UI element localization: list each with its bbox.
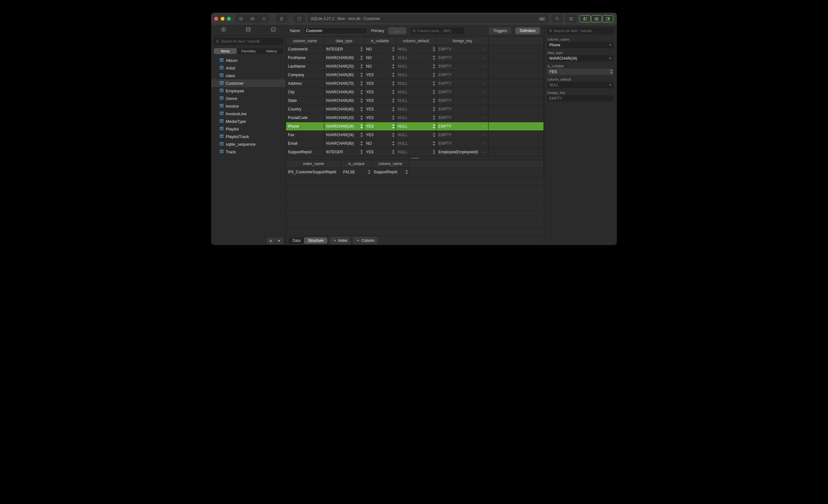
cell-data-type[interactable]: NVARCHAR(70)	[324, 79, 364, 88]
cell-data-type[interactable]: NVARCHAR(20)	[324, 62, 364, 71]
cell-index-name[interactable]: IFK_CustomerSupportRepId	[286, 168, 341, 176]
stepper-icon[interactable]	[360, 98, 363, 103]
idx-header-name[interactable]: index_name	[286, 160, 341, 168]
panel-left-icon[interactable]	[580, 15, 590, 22]
sidebar-item-customer[interactable]: Customer	[211, 79, 286, 87]
cell-column-name[interactable]: City	[286, 88, 324, 96]
cell-is-nullable[interactable]: YES	[364, 131, 396, 139]
stepper-icon[interactable]	[360, 107, 363, 112]
arrow-right-icon[interactable]: →	[483, 116, 486, 120]
arrow-right-icon[interactable]: →	[483, 73, 486, 77]
idx-header-unique[interactable]: is_unique	[341, 160, 372, 168]
cell-column-name[interactable]: FirstName	[286, 54, 324, 62]
arrow-right-icon[interactable]: →	[483, 99, 486, 102]
column-row[interactable]: AddressNVARCHAR(70)YESNULLEMPTY→	[286, 79, 544, 88]
cell-column-default[interactable]: NULL	[396, 148, 437, 156]
sidebar-item-playlisttrack[interactable]: PlaylistTrack	[211, 133, 286, 140]
stepper-icon[interactable]	[432, 73, 436, 77]
stepper-icon[interactable]	[432, 47, 436, 51]
cell-is-nullable[interactable]: YES	[364, 79, 396, 88]
cell-column-default[interactable]: NULL	[396, 88, 437, 96]
search-icon[interactable]	[551, 14, 563, 23]
sidebar-item-sqlite_sequence[interactable]: sqlite_sequence	[211, 140, 286, 148]
inspector-column-name-input[interactable]: Phone▼	[547, 42, 614, 48]
stepper-icon[interactable]	[360, 90, 363, 94]
cell-foreign-key[interactable]: EMPTY→	[437, 79, 489, 88]
stepper-icon[interactable]	[392, 107, 395, 112]
panel-bottom-icon[interactable]	[591, 15, 602, 22]
stepper-icon[interactable]	[432, 124, 436, 129]
add-item-button[interactable]: ＋	[267, 238, 275, 244]
cancel-icon[interactable]	[235, 14, 247, 23]
column-row[interactable]: CountryNVARCHAR(40)YESNULLEMPTY→	[286, 105, 544, 114]
arrow-right-icon[interactable]: →	[483, 141, 486, 145]
cell-is-unique[interactable]: FALSE	[341, 168, 372, 176]
cell-is-nullable[interactable]: YES	[364, 71, 396, 79]
column-row[interactable]: CompanyNVARCHAR(80)YESNULLEMPTY→	[286, 71, 544, 79]
inspector-data-type-input[interactable]: NVARCHAR(24)▼	[547, 55, 614, 61]
sidebar-search-input[interactable]	[221, 39, 281, 43]
sidebar-item-album[interactable]: Album	[211, 56, 286, 64]
cell-column-name[interactable]: SupportRepId	[286, 148, 324, 156]
sidebar-item-genre[interactable]: Genre	[211, 94, 286, 102]
triggers-button[interactable]: Triggers	[489, 27, 511, 34]
refresh-icon[interactable]	[294, 14, 305, 23]
stepper-icon[interactable]	[392, 73, 395, 77]
idx-header-column[interactable]: column_name	[372, 160, 409, 168]
column-row[interactable]: FaxNVARCHAR(24)YESNULLEMPTY→	[286, 131, 544, 139]
lock-icon[interactable]	[276, 14, 287, 23]
sidebar-search[interactable]	[214, 37, 283, 45]
cell-is-nullable[interactable]: YES	[364, 148, 396, 156]
stepper-icon[interactable]	[360, 47, 363, 51]
cell-column-default[interactable]: NULL	[396, 122, 437, 130]
cell-column-default[interactable]: NULL	[396, 79, 437, 88]
cell-foreign-key[interactable]: EMPTY→	[437, 71, 489, 79]
arrow-right-icon[interactable]: →	[483, 82, 486, 85]
stepper-icon[interactable]	[432, 150, 436, 154]
cell-is-nullable[interactable]: YES	[364, 96, 396, 105]
col-header-type[interactable]: data_type	[324, 37, 364, 45]
stepper-icon[interactable]	[392, 55, 395, 60]
cell-is-nullable[interactable]: NO	[364, 139, 396, 148]
stepper-icon[interactable]	[432, 107, 436, 112]
stepper-icon[interactable]	[392, 64, 395, 69]
sidebar-item-artist[interactable]: Artist	[211, 64, 286, 72]
cell-column-default[interactable]: NULL	[396, 71, 437, 79]
cell-data-type[interactable]: NVARCHAR(40)	[324, 88, 364, 96]
col-header-nullable[interactable]: is_nullable	[364, 37, 396, 45]
cell-is-nullable[interactable]: YES	[364, 114, 396, 122]
col-header-fk[interactable]: foreign_key	[437, 37, 489, 45]
index-row[interactable]: IFK_CustomerSupportRepIdFALSESupportRepI…	[286, 168, 544, 176]
stepper-icon[interactable]	[360, 81, 363, 86]
arrow-right-icon[interactable]: →	[483, 124, 486, 128]
cell-column-default[interactable]: NULL	[396, 96, 437, 105]
panel-right-icon[interactable]	[603, 15, 613, 22]
cell-column-default[interactable]: NULL	[396, 105, 437, 113]
cell-column-name[interactable]: PostalCode	[286, 114, 324, 122]
cell-data-type[interactable]: NVARCHAR(10)	[324, 114, 364, 122]
column-row[interactable]: CustomerIdINTEGERNONULLEMPTY→	[286, 45, 544, 54]
stepper-icon[interactable]	[360, 141, 363, 146]
col-header-name[interactable]: column_name	[286, 37, 324, 45]
cell-data-type[interactable]: NVARCHAR(24)	[324, 131, 364, 139]
stepper-icon[interactable]	[360, 64, 363, 69]
column-row[interactable]: FirstNameNVARCHAR(40)NONULLEMPTY→	[286, 54, 544, 62]
cell-foreign-key[interactable]: EMPTY→	[437, 131, 489, 139]
stepper-icon[interactable]	[392, 90, 395, 94]
cell-data-type[interactable]: INTEGER	[324, 45, 364, 53]
data-tab-button[interactable]: Data	[289, 238, 304, 244]
tab-history[interactable]: History	[260, 48, 283, 54]
arrow-right-icon[interactable]: →	[483, 56, 486, 60]
inspector-is-nullable-input[interactable]: YES	[547, 69, 614, 75]
list-icon[interactable]	[258, 14, 270, 23]
cell-foreign-key[interactable]: EMPTY→	[437, 122, 489, 130]
stepper-icon[interactable]	[360, 73, 363, 77]
definition-button[interactable]: Definition	[515, 27, 540, 34]
cell-foreign-key[interactable]: EMPTY→	[437, 105, 489, 113]
inspector-foreign-key-input[interactable]: EMPTY	[547, 95, 614, 101]
tab-items[interactable]: Items	[214, 48, 237, 54]
cell-foreign-key[interactable]: Employee(EmployeeId)→	[437, 148, 489, 156]
close-window-button[interactable]	[214, 17, 218, 20]
column-search-input[interactable]	[417, 29, 462, 33]
col-header-default[interactable]: column_default	[396, 37, 437, 45]
